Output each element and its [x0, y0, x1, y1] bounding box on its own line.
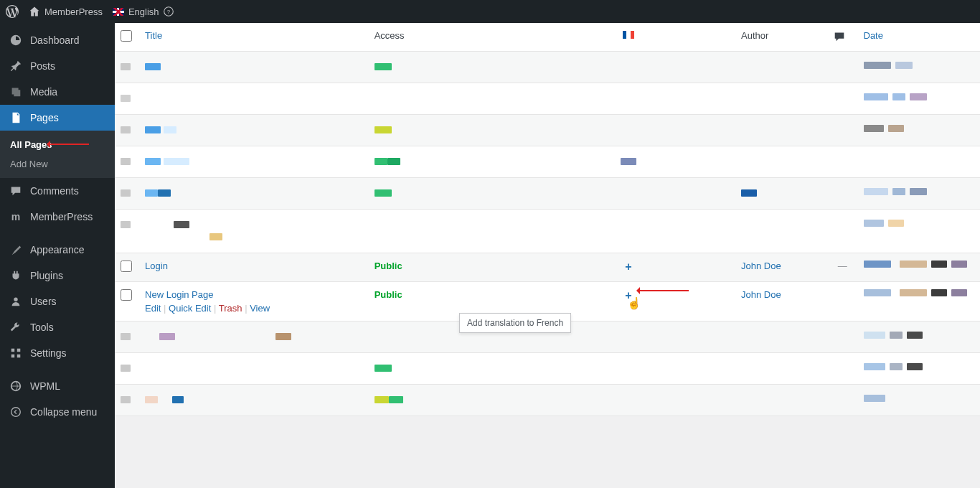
th-title[interactable]: Title [139, 23, 369, 52]
author-link[interactable]: John Doe [741, 261, 781, 271]
menu-dashboard[interactable]: Dashboard [0, 27, 115, 53]
comment-bubble-icon [833, 30, 846, 43]
help-icon: ? [164, 6, 174, 17]
wpml-icon [9, 379, 23, 393]
menu-memberpress[interactable]: m MemberPress [0, 204, 115, 230]
comments-icon [9, 184, 23, 198]
language-switcher[interactable]: English ? [113, 6, 174, 17]
pin-icon [9, 59, 23, 73]
row-checkbox[interactable] [121, 261, 132, 272]
brush-icon [9, 243, 23, 257]
page-title-link[interactable]: New Login Page [145, 289, 213, 300]
menu-tools[interactable]: Tools [0, 314, 115, 340]
pages-icon [9, 111, 23, 125]
th-date[interactable]: Date [858, 23, 981, 52]
select-all-checkbox[interactable] [121, 30, 132, 42]
table-row [115, 115, 980, 146]
menu-plugins[interactable]: Plugins [0, 263, 115, 288]
menu-wpml[interactable]: WPML [0, 373, 115, 399]
table-row [115, 210, 980, 253]
menu-pages[interactable]: Pages [0, 105, 115, 131]
uk-flag-icon [113, 8, 124, 16]
table-row [115, 83, 980, 115]
menu-posts[interactable]: Posts [0, 53, 115, 79]
memberpress-icon: m [9, 210, 23, 224]
menu-users[interactable]: Users [0, 288, 115, 314]
menu-appearance[interactable]: Appearance [0, 237, 115, 263]
user-icon [9, 294, 23, 309]
svg-rect-4 [11, 355, 15, 358]
access-label: Public [374, 261, 402, 271]
pages-table: Title Access Author Date [115, 23, 980, 416]
main-content: Title Access Author Date [115, 23, 980, 488]
th-comments[interactable] [827, 23, 858, 52]
table-row-login: Login Public + John Doe — [115, 253, 980, 282]
svg-point-8 [11, 408, 21, 417]
no-comments-dash: — [838, 261, 847, 271]
language-label: English [128, 6, 159, 17]
action-edit[interactable]: Edit [145, 303, 161, 314]
admin-sidebar: Dashboard Posts Media Pages All Pages Ad… [0, 23, 115, 488]
home-icon[interactable]: MemberPress [29, 6, 103, 17]
row-checkbox[interactable] [121, 289, 132, 301]
th-access: Access [369, 23, 522, 52]
media-icon [9, 85, 23, 99]
annotation-arrow [49, 144, 89, 145]
table-row [115, 385, 980, 416]
submenu-all-pages[interactable]: All Pages [0, 135, 115, 154]
row-actions: Edit | Quick Edit | Trash | View [145, 303, 363, 314]
collapse-icon [9, 405, 23, 419]
page-title-link[interactable]: Login [145, 261, 168, 271]
settings-icon [9, 346, 23, 360]
table-row [115, 178, 980, 210]
svg-point-2 [14, 298, 17, 301]
menu-comments[interactable]: Comments [0, 178, 115, 204]
action-view[interactable]: View [250, 303, 270, 314]
menu-media[interactable]: Media [0, 79, 115, 105]
table-row [115, 52, 980, 83]
svg-rect-3 [11, 349, 15, 352]
cursor-icon: ☝ [627, 296, 641, 310]
svg-rect-5 [17, 349, 21, 352]
th-flag [522, 23, 735, 52]
action-quick-edit[interactable]: Quick Edit [169, 303, 211, 314]
author-link[interactable]: John Doe [741, 289, 781, 300]
table-row [115, 353, 980, 385]
menu-settings[interactable]: Settings [0, 340, 115, 366]
th-author: Author [735, 23, 827, 52]
table-row [115, 146, 980, 178]
svg-text:?: ? [166, 9, 169, 15]
dashboard-icon [9, 33, 23, 47]
submenu-add-new[interactable]: Add New [0, 154, 115, 174]
translation-tooltip: Add translation to French [459, 313, 571, 333]
site-name-label: MemberPress [44, 6, 103, 17]
action-trash[interactable]: Trash [219, 303, 242, 314]
access-label: Public [374, 289, 402, 300]
submenu-pages: All Pages Add New [0, 131, 115, 178]
svg-rect-6 [17, 355, 21, 358]
france-flag-icon [623, 31, 634, 39]
plug-icon [9, 268, 23, 283]
add-translation-plus[interactable]: + [625, 261, 631, 273]
wordpress-logo[interactable] [6, 5, 19, 18]
annotation-arrow [639, 290, 689, 291]
wrench-icon [9, 320, 23, 334]
menu-collapse[interactable]: Collapse menu [0, 399, 115, 425]
